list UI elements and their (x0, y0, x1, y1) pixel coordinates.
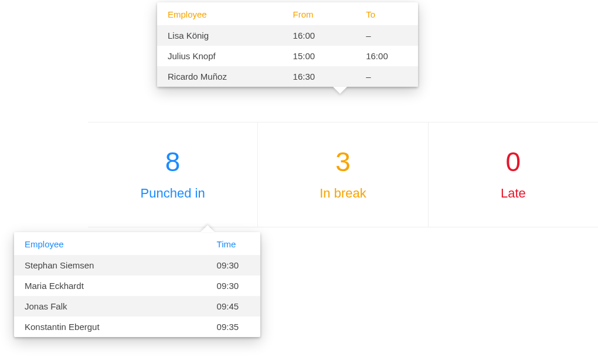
popover-arrow-up-icon (201, 225, 215, 232)
cell-employee: Konstantin Ebergut (14, 317, 206, 337)
table-header-row: Employee Time (14, 232, 260, 255)
cell-from: 16:30 (283, 66, 356, 87)
cell-from: 15:00 (283, 46, 356, 66)
table-row[interactable]: Julius Knopf 15:00 16:00 (157, 46, 418, 66)
table-row[interactable]: Stephan Siemsen 09:30 (14, 255, 260, 275)
col-header-time: Time (206, 232, 260, 255)
table-row[interactable]: Maria Eckhardt 09:30 (14, 275, 260, 296)
cell-employee: Julius Knopf (157, 46, 283, 66)
cell-time: 09:35 (206, 317, 260, 337)
cell-time: 09:45 (206, 296, 260, 317)
status-cards-row: 8 Punched in 3 In break 0 Late (88, 122, 598, 227)
col-header-employee: Employee (14, 232, 206, 255)
popover-punched-in: Employee Time Stephan Siemsen 09:30 Mari… (14, 232, 260, 337)
table-row[interactable]: Konstantin Ebergut 09:35 (14, 317, 260, 337)
card-late[interactable]: 0 Late (429, 123, 598, 227)
cell-employee: Jonas Falk (14, 296, 206, 317)
table-row[interactable]: Jonas Falk 09:45 (14, 296, 260, 317)
card-label: Late (501, 186, 526, 201)
cell-employee: Ricardo Muñoz (157, 66, 283, 87)
cell-time: 09:30 (206, 255, 260, 275)
card-label: Punched in (141, 186, 205, 201)
card-in-break[interactable]: 3 In break (258, 123, 428, 227)
table-header-row: Employee From To (157, 2, 418, 25)
card-count: 0 (506, 148, 521, 175)
table-row[interactable]: Lisa König 16:00 – (157, 25, 418, 46)
cell-employee: Lisa König (157, 25, 283, 46)
cell-to: – (355, 66, 418, 87)
popover-in-break: Employee From To Lisa König 16:00 – Juli… (157, 2, 418, 87)
col-header-to: To (355, 2, 418, 25)
card-count: 8 (165, 148, 181, 175)
col-header-from: From (283, 2, 356, 25)
table-row[interactable]: Ricardo Muñoz 16:30 – (157, 66, 418, 87)
cell-employee: Maria Eckhardt (14, 275, 206, 296)
card-punched-in[interactable]: 8 Punched in (88, 123, 258, 227)
col-header-employee: Employee (157, 2, 283, 25)
punched-table: Employee Time Stephan Siemsen 09:30 Mari… (14, 232, 260, 337)
cell-employee: Stephan Siemsen (14, 255, 206, 275)
card-count: 3 (335, 148, 351, 175)
card-label: In break (320, 186, 366, 201)
cell-from: 16:00 (283, 25, 356, 46)
cell-time: 09:30 (206, 275, 260, 296)
popover-arrow-down-icon (333, 87, 347, 94)
cell-to: – (355, 25, 418, 46)
break-table: Employee From To Lisa König 16:00 – Juli… (157, 2, 418, 87)
cell-to: 16:00 (355, 46, 418, 66)
